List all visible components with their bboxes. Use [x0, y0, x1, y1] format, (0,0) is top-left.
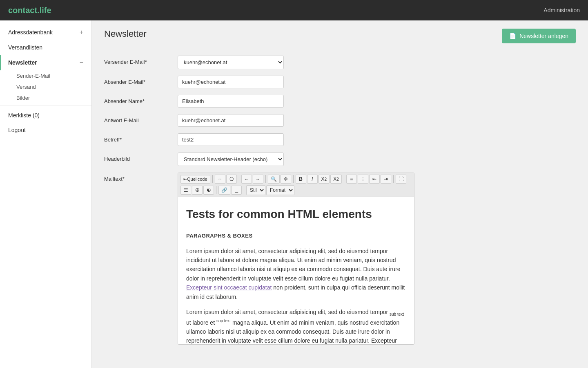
editor-paragraph-2: Lorem ipsum dolor sit amet, consectetur … [186, 307, 406, 344]
redo-button[interactable]: → [253, 175, 263, 184]
toolbar-separator [244, 186, 244, 194]
sidebar-sub-label: Versand [16, 84, 36, 90]
minus-icon: − [80, 59, 83, 66]
document-icon: 📄 [509, 33, 516, 39]
absender-name-input[interactable] [178, 95, 284, 108]
admin-link[interactable]: Administration [543, 7, 580, 13]
sidebar-item-label: Logout [8, 127, 26, 133]
sidebar-item-label: Merkliste (0) [8, 112, 40, 119]
toolbar-separator [239, 175, 239, 183]
plus-icon: + [80, 29, 83, 36]
sidebar-item-bilder[interactable]: Bilder [12, 92, 91, 103]
antwort-email-input[interactable] [178, 114, 284, 127]
versender-email-select[interactable]: kuehr@echonet.at [178, 56, 284, 69]
absender-name-row: Absender Name* [104, 95, 576, 108]
editor-heading: Tests for common HTML elements [186, 205, 406, 224]
copy-button[interactable]: ⎓ [215, 175, 225, 184]
subscript-button[interactable]: X2 [318, 175, 330, 184]
create-newsletter-label: Newsletter anlegen [519, 33, 568, 39]
toolbar-separator [344, 175, 344, 183]
sidebar-item-sender-email[interactable]: Sender-E-Mail [12, 70, 91, 81]
align-center-button[interactable]: ☮ [192, 186, 203, 195]
sidebar-item-versandlisten[interactable]: Versandlisten [0, 40, 91, 55]
sidebar-item-merkliste[interactable]: Merkliste (0) [0, 108, 91, 123]
resize-button[interactable]: ✥ [281, 175, 291, 184]
absender-email-input[interactable] [178, 76, 284, 88]
versender-email-label: Versender E-Mail* [104, 56, 178, 65]
editor-subheading: PARAGRAPHS & BOXES [186, 232, 406, 240]
sidebar-divider [0, 105, 91, 106]
headerbild-row: Headerbild Standard Newsletter-Header (e… [104, 153, 576, 166]
editor-content-area[interactable]: Tests for common HTML elements PARAGRAPH… [178, 197, 414, 344]
superscript-button[interactable]: X2 [330, 175, 342, 184]
align-left-button[interactable]: ☰ [180, 186, 191, 195]
create-newsletter-button[interactable]: 📄 Newsletter anlegen [502, 29, 576, 43]
unordered-list-button[interactable]: ⁝ [358, 175, 368, 184]
main-content: Newsletter 📄 Newsletter anlegen Versende… [92, 20, 588, 368]
sidebar: Adressdatenbank + Versandlisten Newslett… [0, 20, 92, 368]
newsletter-form: Versender E-Mail* kuehr@echonet.at Absen… [104, 52, 576, 355]
editor-paragraph-1: Lorem ipsum dolor sit amet, consectetur … [186, 247, 406, 301]
source-icon: ⇤ [183, 177, 187, 182]
logo-part2: life [40, 6, 51, 15]
sidebar-item-logout[interactable]: Logout [0, 123, 91, 137]
absender-email-row: Absender E-Mail* [104, 76, 576, 88]
newsletter-submenu: Sender-E-Mail Versand Bilder [0, 70, 91, 103]
mailtext-row: Mailtext* ⇤ Quellcode ⎓ ⎔ [104, 173, 576, 345]
toolbar-row-1: ⇤ Quellcode ⎓ ⎔ ← → 🔍 ✥ [180, 175, 412, 184]
betreff-row: Betreff* [104, 133, 576, 146]
logo-part1: contact. [8, 6, 40, 15]
sidebar-item-adressdatenbank[interactable]: Adressdatenbank + [0, 25, 91, 40]
sup-text: sup text [216, 319, 231, 323]
antwort-email-label: Antwort E-Mail [104, 114, 178, 123]
editor-toolbar: ⇤ Quellcode ⎓ ⎔ ← → 🔍 ✥ [178, 173, 414, 197]
undo-button[interactable]: ← [241, 175, 252, 184]
source-code-button[interactable]: ⇤ Quellcode [180, 175, 210, 184]
sidebar-sub-label: Bilder [16, 95, 30, 101]
source-code-label: Quellcode [187, 177, 207, 182]
sub-text: sub text [390, 312, 404, 316]
absender-name-label: Absender Name* [104, 95, 178, 104]
indent-button[interactable]: ⇥ [381, 175, 391, 184]
fullscreen-button[interactable]: ⛶ [396, 175, 406, 184]
antwort-email-row: Antwort E-Mail [104, 114, 576, 127]
toolbar-row-2: ☰ ☮ ☯ 🔗 ⎯ Stil Format [180, 185, 412, 195]
absender-email-label: Absender E-Mail* [104, 76, 178, 85]
search-button[interactable]: 🔍 [268, 175, 280, 184]
toolbar-separator [293, 175, 294, 183]
sidebar-sub-label: Sender-E-Mail [16, 73, 50, 79]
ordered-list-button[interactable]: ≡ [346, 175, 357, 184]
sidebar-item-newsletter[interactable]: Newsletter − [0, 55, 91, 70]
sidebar-item-label: Adressdatenbank [8, 29, 53, 36]
editor-link[interactable]: Excepteur sint occaecat cupidatat [186, 284, 272, 291]
page-title: Newsletter [104, 29, 147, 39]
italic-button[interactable]: I [307, 175, 318, 184]
versender-email-row: Versender E-Mail* kuehr@echonet.at [104, 56, 576, 69]
betreff-label: Betreff* [104, 133, 178, 143]
toolbar-separator [212, 175, 213, 183]
outdent-button[interactable]: ⇤ [369, 175, 380, 184]
unlink-button[interactable]: ⎯ [231, 186, 242, 195]
wysiwyg-editor: ⇤ Quellcode ⎓ ⎔ ← → 🔍 ✥ [178, 173, 414, 345]
headerbild-label: Headerbild [104, 153, 178, 162]
logo: contact.life [8, 6, 51, 15]
sidebar-item-versand[interactable]: Versand [12, 81, 91, 92]
toolbar-separator [393, 175, 394, 183]
sidebar-item-label: Newsletter [8, 59, 37, 66]
toolbar-separator [216, 186, 216, 194]
bold-button[interactable]: B [296, 175, 306, 184]
format-select[interactable]: Format [266, 185, 294, 195]
align-right-button[interactable]: ☯ [203, 186, 214, 195]
top-navigation: contact.life Administration [0, 0, 588, 20]
headerbild-select[interactable]: Standard Newsletter-Header (echo) [178, 153, 284, 166]
link-button[interactable]: 🔗 [218, 186, 230, 195]
betreff-input[interactable] [178, 133, 284, 146]
page-layout: Adressdatenbank + Versandlisten Newslett… [0, 20, 588, 368]
toolbar-separator [265, 175, 266, 183]
mailtext-label: Mailtext* [104, 173, 178, 182]
paste-button[interactable]: ⎔ [226, 175, 237, 184]
sidebar-item-label: Versandlisten [8, 44, 42, 51]
style-select[interactable]: Stil [246, 185, 265, 195]
